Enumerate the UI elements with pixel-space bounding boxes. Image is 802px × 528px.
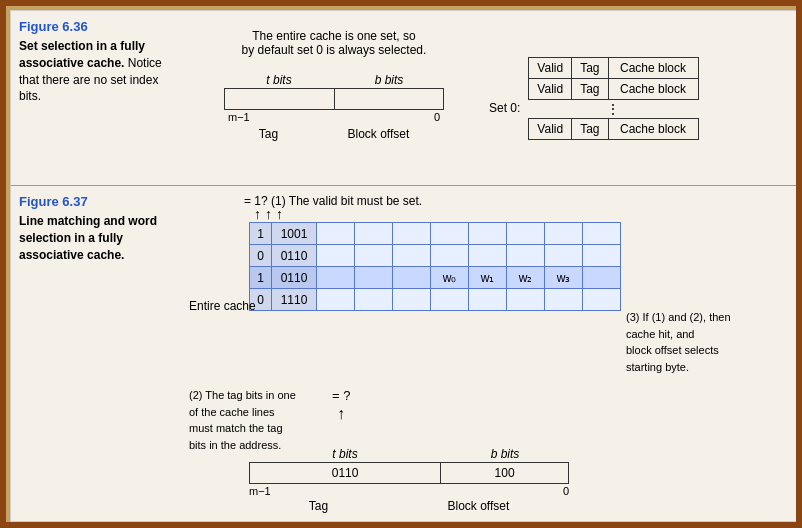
fig36-right: Set 0: Valid Tag Cache block Valid Tag C…: [479, 19, 791, 177]
addr-box-row: [224, 88, 444, 110]
tag-1: Tag: [572, 57, 608, 78]
fig36-addr-diagram: t bits b bits m−1 0 Tag Block offset: [224, 73, 444, 141]
addr-t-box: [224, 88, 334, 110]
cache-row-3: Valid Tag Cache block: [529, 118, 698, 139]
addr2-b-box: 100: [440, 462, 569, 484]
fig37-title: Line matching and word selection in a fu…: [19, 213, 181, 263]
cache-dots-row: ⋮: [529, 99, 698, 118]
tag-2: Tag: [572, 78, 608, 99]
grid-row-1: 1 1001: [250, 223, 621, 245]
fig37-container: = 1? (1) The valid bit must be set. ↑ ↑ …: [189, 194, 791, 513]
block-1: Cache block: [608, 57, 698, 78]
tag-cell-3: 0110: [272, 267, 317, 289]
valid-cell-3: 1: [250, 267, 272, 289]
fig36-desc: Set selection in a fully associative cac…: [19, 38, 181, 105]
w0-cell: w₀: [431, 267, 469, 289]
figure-6-36-section: Figure 6.36 Set selection in a fully ass…: [11, 11, 799, 186]
grid-row-2: 0 0110: [250, 245, 621, 267]
eq-q-label: = ?: [332, 388, 350, 403]
fig37-label: Figure 6.37: [19, 194, 181, 209]
addr-b-box: [334, 88, 445, 110]
grid-table: 1 1001 0 011: [249, 222, 621, 311]
figure-6-37-section: Figure 6.37 Line matching and word selec…: [11, 186, 799, 521]
block-3: Cache block: [608, 118, 698, 139]
w2-cell: w₂: [507, 267, 545, 289]
arrow-down-eq: ↑: [337, 405, 345, 423]
tag-cell-1: 1001: [272, 223, 317, 245]
valid-cell-2: 0: [250, 245, 272, 267]
fig36-label: Figure 6.36: [19, 19, 181, 34]
block-2: Cache block: [608, 78, 698, 99]
note3: (3) If (1) and (2), then cache hit, and …: [626, 309, 786, 375]
cache-set-table: Valid Tag Cache block Valid Tag Cache bl…: [528, 57, 698, 140]
fig36-left-text: Figure 6.36 Set selection in a fully ass…: [19, 19, 189, 177]
w1-cell: w₁: [469, 267, 507, 289]
valid-2: Valid: [529, 78, 572, 99]
fig37-left-text: Figure 6.37 Line matching and word selec…: [19, 194, 189, 513]
tag-cell-4: 1110: [272, 289, 317, 311]
cache-grid: 1 1001 0 011: [249, 222, 621, 311]
valid-1: Valid: [529, 57, 572, 78]
addr2-t-box: 0110: [249, 462, 440, 484]
addr-name-labels: Tag Block offset: [224, 127, 444, 141]
tag-3: Tag: [572, 118, 608, 139]
w3-cell: w₃: [545, 267, 583, 289]
dots: ⋮: [529, 99, 698, 118]
addr-index-labels: m−1 0: [224, 111, 444, 123]
cache-set-table-wrapper: Valid Tag Cache block Valid Tag Cache bl…: [528, 57, 698, 140]
valid-cell-1: 1: [250, 223, 272, 245]
fig37-right: = 1? (1) The valid bit must be set. ↑ ↑ …: [189, 194, 791, 513]
tag-cell-2: 0110: [272, 245, 317, 267]
valid-3: Valid: [529, 118, 572, 139]
cache-row-1: Valid Tag Cache block: [529, 57, 698, 78]
main-container: Figure 6.36 Set selection in a fully ass…: [10, 10, 800, 522]
addr2-diagram: t bits b bits 0110 100 m−1 0: [249, 447, 569, 513]
grid-row-3: 1 0110 w₀ w₁ w₂ w₃: [250, 267, 621, 289]
entire-cache-label: Entire cache: [189, 299, 256, 313]
fig36-center-text: The entire cache is one set, so by defau…: [242, 29, 427, 57]
grid-row-4: 0 1110: [250, 289, 621, 311]
cache-row-2: Valid Tag Cache block: [529, 78, 698, 99]
arrows-up: ↑ ↑ ↑: [254, 206, 283, 222]
fig36-center: The entire cache is one set, so by defau…: [189, 19, 479, 177]
